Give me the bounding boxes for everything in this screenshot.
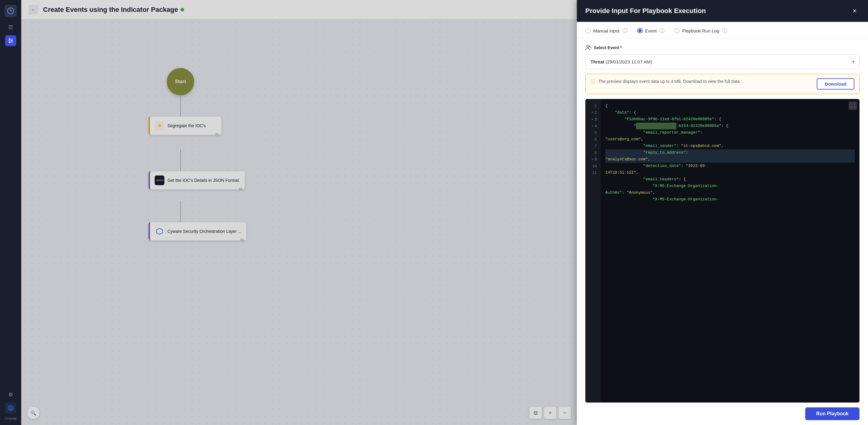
line-num-4: ▾4 — [585, 123, 600, 129]
json-node[interactable]: JSON Get the IOC's Details in JSON Forma… — [149, 171, 245, 190]
panel-footer: Run Playbook — [577, 402, 868, 425]
cyware-node-icon — [155, 226, 164, 236]
dropdown-chevron-icon: ▾ — [852, 59, 854, 64]
code-line-1: { — [606, 103, 855, 109]
code-viewer: 1 ▾2 ▾3 ▾4 5 6 7 8 ▾9 10 11 { "data": { … — [585, 99, 860, 402]
sidebar: ☰ ⚙ CYWARE — [0, 0, 21, 425]
panel-header: Provide Input For Playbook Execution × — [577, 0, 868, 22]
connector-2 — [180, 149, 181, 174]
copy-tool-button[interactable]: ⧉ — [530, 407, 542, 419]
code-line-6: "email_sender": "it-ops@abcd.com", — [606, 143, 855, 149]
code-line-8: "detection_date": "2022-09- — [606, 163, 855, 169]
add-tool-button[interactable]: + — [544, 407, 556, 419]
download-button[interactable]: Download — [817, 78, 854, 90]
code-line-2: "data": { — [606, 109, 855, 116]
playbook-run-log-radio-circle[interactable] — [674, 28, 680, 33]
segregate-node[interactable]: ⚙ Segregate the IOC's #1 — [149, 117, 221, 135]
event-radio-circle[interactable] — [637, 28, 643, 33]
close-button[interactable]: × — [850, 6, 860, 16]
status-indicator — [181, 8, 184, 11]
select-event-section: Select Event * Threat (29/01/2023 11:07 … — [577, 38, 868, 74]
event-section-icon — [585, 45, 591, 51]
run-playbook-button[interactable]: Run Playbook — [805, 407, 860, 420]
code-line-5: "email_reporter_manager": — [606, 129, 855, 136]
manual-input-label: Manual Input — [593, 28, 620, 33]
cyware-node-number: #5 — [240, 238, 244, 242]
line-num-8: 8 — [585, 149, 600, 156]
code-line-4: "████████████████-b154-02420e00005e": { — [606, 123, 855, 129]
code-line-5b: "users@org.com", — [606, 136, 855, 143]
line-num-2: ▾2 — [585, 109, 600, 116]
main-canvas-area: ← Create Events using the Indicator Pack… — [21, 0, 577, 425]
page-title-text: Create Events using the Indicator Packag… — [43, 6, 178, 13]
segregate-icon: ⚙ — [155, 121, 164, 131]
line-num-6: 6 — [585, 136, 600, 143]
segregate-label: Segregate the IOC's — [167, 123, 206, 128]
playbook-run-log-info-icon[interactable]: i — [722, 28, 727, 33]
sidebar-gear-bottom-icon[interactable]: ⚙ — [5, 389, 16, 400]
code-line-7b: "analysts@soc.com", — [606, 156, 855, 163]
json-number: #4 — [239, 187, 242, 191]
manual-input-radio-circle[interactable] — [585, 28, 591, 33]
select-event-label: Select Event * — [585, 45, 860, 51]
svg-point-7 — [587, 46, 589, 48]
code-line-10b: AuthAs": "Anonymous", — [606, 190, 855, 196]
workflow-canvas[interactable]: Start ▼ ⚙ Segregate the IOC's #1 ▼ JSON … — [21, 20, 577, 425]
cyware-brand-logo — [5, 402, 16, 414]
line-num-9: ▾9 — [585, 156, 600, 163]
line-num-3: ▾3 — [585, 116, 600, 123]
manual-input-info-icon[interactable]: i — [623, 28, 627, 33]
page-title: Create Events using the Indicator Packag… — [43, 6, 184, 13]
connector-3 — [180, 201, 181, 224]
sidebar-bottom: ⚙ CYWARE — [5, 389, 17, 420]
manual-input-radio[interactable]: Manual Input i — [585, 28, 627, 33]
warning-circle-icon: ⓘ — [590, 79, 595, 85]
playbook-run-log-label: Playbook Run Log — [682, 28, 719, 33]
app-logo[interactable] — [5, 5, 17, 17]
code-line-10: "X-MS-Exchange-Organization- — [606, 183, 855, 190]
warning-text-area: ⓘ The preview displays event data up to … — [590, 78, 813, 85]
sidebar-settings-icon[interactable] — [5, 35, 16, 46]
segregate-number: #1 — [215, 132, 219, 136]
event-type: Threat — [590, 59, 604, 64]
line-numbers: 1 ▾2 ▾3 ▾4 5 6 7 8 ▾9 10 11 — [585, 99, 600, 402]
search-canvas-button[interactable]: 🔍 — [27, 407, 39, 419]
code-line-9: "email_headers": { — [606, 176, 855, 183]
svg-point-6 — [9, 41, 10, 43]
line-num-5: 5 — [585, 129, 600, 136]
panel-body: Manual Input i Event i Playbook Run Log … — [577, 22, 868, 425]
svg-point-8 — [589, 46, 590, 47]
code-line-8b: 14T18:51:12Z", — [606, 169, 855, 176]
event-label: Event — [645, 28, 657, 33]
cyware-node-label: Cyware Security Orchestration Layer ... — [167, 229, 241, 234]
select-event-label-text: Select Event * — [594, 45, 622, 50]
warning-message: The preview displays event data up to 4 … — [598, 78, 741, 85]
event-radio[interactable]: Event i — [637, 28, 664, 33]
event-dropdown[interactable]: Threat (29/01/2023 11:07 AM) ▾ — [585, 54, 860, 69]
input-panel: Provide Input For Playbook Execution × M… — [577, 0, 868, 425]
playbook-run-log-radio[interactable]: Playbook Run Log i — [674, 28, 727, 33]
event-info-icon[interactable]: i — [660, 28, 664, 33]
code-line-11: "X-MS-Exchange-Organization- — [606, 196, 855, 203]
line-num-7: 7 — [585, 143, 600, 149]
connector-1 — [180, 95, 181, 120]
json-label: Get the IOC's Details in JSON Format. — [167, 178, 240, 183]
input-type-selector: Manual Input i Event i Playbook Run Log … — [577, 22, 868, 38]
cyware-node[interactable]: Cyware Security Orchestration Layer ... … — [149, 222, 246, 240]
svg-point-5 — [11, 40, 12, 41]
start-node[interactable]: Start — [167, 68, 194, 95]
zoom-out-button[interactable]: − — [559, 407, 571, 419]
cyware-label: CYWARE — [5, 417, 17, 420]
json-icon: JSON — [155, 175, 164, 185]
line-num-1: 1 — [585, 103, 600, 109]
event-date: (29/01/2023 11:07 AM) — [606, 59, 652, 64]
preview-warning-banner: ⓘ The preview displays event data up to … — [585, 74, 860, 94]
top-bar: ← Create Events using the Indicator Pack… — [21, 0, 577, 20]
start-node-label: Start — [175, 79, 186, 84]
expand-code-button[interactable]: ⛶ — [848, 102, 857, 110]
line-num-11: 11 — [585, 169, 600, 176]
back-button[interactable]: ← — [29, 5, 38, 15]
line-num-10: 10 — [585, 163, 600, 169]
canvas-toolbar: ⧉ + − — [530, 407, 571, 419]
sidebar-menu-icon[interactable]: ☰ — [5, 22, 16, 33]
